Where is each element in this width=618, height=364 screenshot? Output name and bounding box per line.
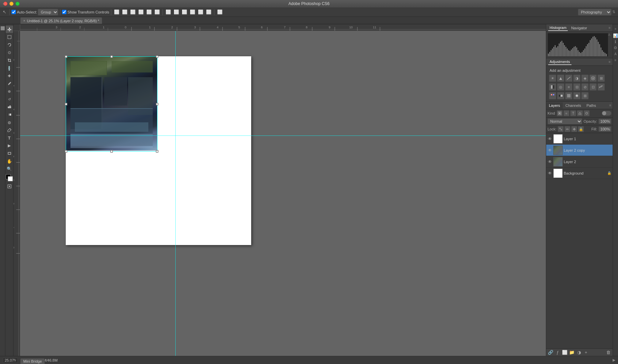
eraser-tool[interactable] xyxy=(6,103,13,111)
tab-close-icon[interactable]: × xyxy=(23,19,25,23)
histogram-tab[interactable]: Histogram xyxy=(548,25,568,31)
panel-menu-icon[interactable]: ≡ xyxy=(609,26,611,30)
collapse-right-btn[interactable]: » xyxy=(615,27,617,31)
auto-select-type[interactable]: Group xyxy=(38,9,58,16)
panel-icon-5[interactable]: ≡ xyxy=(613,58,618,62)
workspace-dropdown[interactable]: Photography xyxy=(578,9,612,16)
auto-align-icon[interactable]: ⬜ xyxy=(216,9,224,14)
status-arrow[interactable]: ▶ xyxy=(613,358,615,362)
marquee-tool[interactable] xyxy=(6,33,13,41)
distribute-center-v-icon[interactable]: ⬜ xyxy=(197,9,204,14)
photo-filter-adj[interactable]: ◎ xyxy=(557,83,564,91)
dodge-tool[interactable]: ◍ xyxy=(6,119,13,126)
add-mask-btn[interactable]: ⬜ xyxy=(562,350,568,356)
adjustments-tab[interactable]: Adjustments xyxy=(548,59,571,65)
filter-adjust-icon[interactable]: ≈ xyxy=(563,110,569,116)
opacity-input[interactable] xyxy=(598,119,611,124)
lock-transparent-icon[interactable] xyxy=(558,126,564,132)
auto-select-check[interactable] xyxy=(11,10,16,14)
color-lookup-adj[interactable]: ⊟ xyxy=(573,83,581,91)
move-tool[interactable] xyxy=(6,26,13,33)
threshold-adj[interactable] xyxy=(597,83,605,91)
align-middle-icon[interactable]: ⬜ xyxy=(145,9,153,14)
navigator-tab[interactable]: Navigator xyxy=(570,25,588,31)
new-fill-adj-btn[interactable]: ◑ xyxy=(576,350,582,356)
layer-row-1[interactable]: 👁 Layer 1 xyxy=(546,133,613,145)
lock-image-icon[interactable]: ✏ xyxy=(564,126,570,132)
mini-bridge-tab[interactable]: Mini Bridge xyxy=(20,358,45,364)
pattern-adj[interactable]: ⊞ xyxy=(581,92,589,99)
screen-mode-btn[interactable] xyxy=(6,183,13,190)
clone-tool[interactable]: ⊕ xyxy=(6,88,13,95)
channels-tab[interactable]: Channels xyxy=(563,102,584,109)
brush-tool[interactable] xyxy=(6,80,13,87)
blend-mode-select[interactable]: Normal xyxy=(548,118,582,124)
align-left-icon[interactable]: ⬜ xyxy=(113,9,120,14)
panel-toggle[interactable] xyxy=(1,26,5,30)
gradient-map-adj[interactable] xyxy=(557,92,564,99)
filter-shape-icon[interactable] xyxy=(577,110,583,116)
selective-color-adj[interactable] xyxy=(549,92,556,99)
layer-2-visibility[interactable]: 👁 xyxy=(548,159,552,164)
invert-adj[interactable]: ⊘ xyxy=(581,83,589,91)
zoom-tool[interactable]: 🔍 xyxy=(6,165,13,173)
filter-toggle[interactable] xyxy=(602,111,611,116)
layers-list[interactable]: 👁 Layer 1 👁 Layer 2 copy 👁 xyxy=(546,133,613,348)
panel-icon-4[interactable]: A xyxy=(613,52,618,56)
link-layers-btn[interactable]: 🔗 xyxy=(548,350,554,356)
layers-panel-menu[interactable]: ≡ xyxy=(609,103,613,107)
eyedropper-tool[interactable]: 💉 xyxy=(6,64,13,72)
distribute-left-icon[interactable]: ⬜ xyxy=(165,9,172,14)
zoom-input[interactable] xyxy=(3,358,18,363)
workspace-arrows[interactable]: ⇅ xyxy=(612,10,615,14)
lasso-tool[interactable] xyxy=(6,41,13,49)
histogram-icon-btn[interactable]: 📊 xyxy=(613,33,618,38)
hsl-adj[interactable] xyxy=(589,74,597,82)
curves-adj[interactable] xyxy=(565,74,572,82)
hand-tool[interactable]: ✋ xyxy=(6,157,13,165)
channel-mixer-adj[interactable]: ≡ xyxy=(565,83,572,91)
path-select-tool[interactable]: ▶ xyxy=(6,142,13,149)
levels-adj[interactable] xyxy=(557,74,564,82)
align-center-icon[interactable]: ⬜ xyxy=(121,9,128,14)
background-color[interactable] xyxy=(8,176,13,181)
auto-select-checkbox[interactable]: Auto-Select: xyxy=(11,10,37,14)
collapse-icon[interactable]: « xyxy=(3,1,5,6)
filter-smart-icon[interactable] xyxy=(584,110,590,116)
lock-all-icon[interactable]: 🔒 xyxy=(578,126,584,132)
add-style-btn[interactable]: ƒ xyxy=(555,350,561,356)
align-bottom-icon[interactable]: ⬜ xyxy=(153,9,161,14)
filter-type-icon[interactable]: T xyxy=(570,110,576,116)
adj-panel-menu[interactable]: ≡ xyxy=(609,60,611,64)
quick-select-tool[interactable]: ⊙ xyxy=(6,49,13,56)
history-tool[interactable]: ↺ xyxy=(6,95,13,103)
align-right-icon[interactable]: ⬜ xyxy=(129,9,137,14)
healing-tool[interactable]: ✚ xyxy=(6,72,13,80)
vibrance-adj[interactable]: ◈ xyxy=(581,74,589,82)
background-visibility[interactable]: 👁 xyxy=(548,171,552,176)
fill-input[interactable] xyxy=(598,126,611,132)
new-layer-btn[interactable]: + xyxy=(583,350,589,356)
shape-tool[interactable] xyxy=(6,150,13,157)
new-group-btn[interactable]: 📁 xyxy=(569,350,575,356)
layer-2copy-visibility[interactable]: 👁 xyxy=(548,148,552,153)
transform-check[interactable] xyxy=(62,10,66,14)
type-tool[interactable]: T xyxy=(6,134,13,142)
canvas-area[interactable]: 3 2 1 0 1 2 3 4 5 xyxy=(13,24,546,356)
exposure-adj[interactable]: ◑ xyxy=(573,74,581,82)
distribute-top-icon[interactable]: ⬜ xyxy=(189,9,196,14)
layer-row-background[interactable]: 👁 Background 🔒 xyxy=(546,168,613,179)
window-controls[interactable] xyxy=(3,2,20,6)
filter-pixel-icon[interactable] xyxy=(557,110,563,116)
gradient-fill-adj[interactable] xyxy=(573,92,581,99)
layer-row-2copy[interactable]: 👁 Layer 2 copy xyxy=(546,145,613,156)
align-top-icon[interactable]: ⬜ xyxy=(137,9,145,14)
maximize-button[interactable] xyxy=(16,2,20,6)
delete-layer-btn[interactable]: 🗑 xyxy=(605,350,611,356)
paths-tab[interactable]: Paths xyxy=(584,102,599,109)
pen-tool[interactable] xyxy=(6,126,13,134)
color-swatches[interactable] xyxy=(6,174,13,182)
distribute-bottom-icon[interactable]: ⬜ xyxy=(205,9,212,14)
brightness-adj[interactable]: ☀ xyxy=(549,74,556,82)
cb-adj[interactable]: ⊞ xyxy=(597,74,605,82)
